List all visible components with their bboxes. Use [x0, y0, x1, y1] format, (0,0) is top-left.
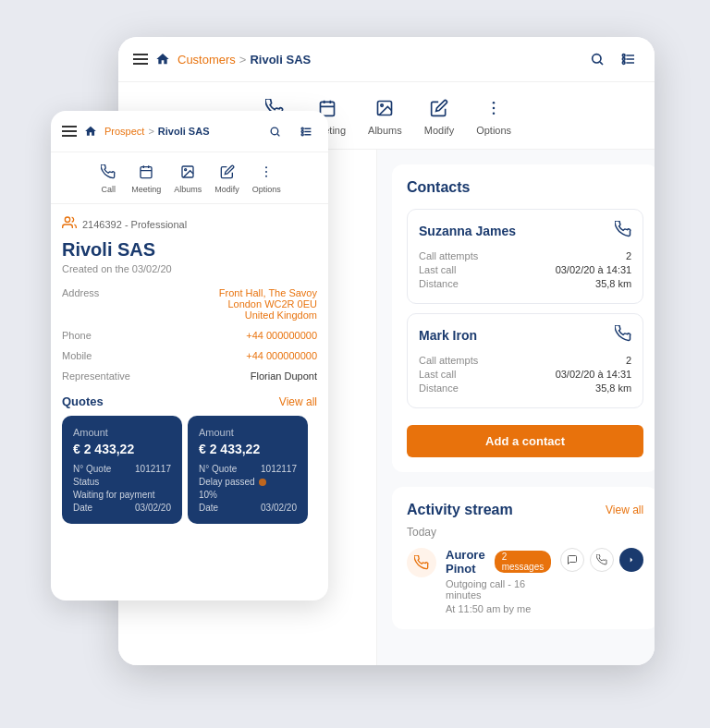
last-call-value-2: 03/02/20 à 14:31 [556, 369, 632, 380]
small-toolbar-call[interactable]: Call [98, 162, 118, 194]
distance-value-2: 35,8 km [595, 382, 631, 394]
quote-nquote-row-1: N° Quote 1012117 [73, 464, 171, 474]
albums-icon [372, 95, 398, 121]
quote-card-2: Amount € 2 433,22 N° Quote 1012117 Delay… [188, 416, 308, 524]
contacts-title: Contacts [407, 179, 643, 196]
contacts-section: Contacts Suzanna James Call attempts 2 [392, 164, 655, 472]
quote-nquote-row-2: N° Quote 1012117 [199, 464, 297, 474]
quote-delay-pct-2: 10% [199, 490, 217, 500]
svg-point-5 [622, 55, 625, 57]
small-toolbar: Call Meeting Albums Mod [51, 152, 328, 204]
quote-status-1: Status [73, 477, 171, 487]
quote-delay-row-2: 10% [199, 490, 297, 500]
activity-go-btn[interactable] [619, 548, 643, 572]
distance-value-1: 35,8 km [595, 278, 631, 289]
quote-status-val-1: Waiting for payment [73, 490, 171, 500]
small-modify-icon [217, 162, 238, 182]
small-toolbar-albums-label: Albums [174, 185, 202, 194]
small-toolbar-albums[interactable]: Albums [174, 162, 202, 194]
search-icon[interactable] [586, 48, 608, 70]
toolbar-albums-label: Albums [368, 125, 402, 136]
svg-point-25 [301, 133, 303, 135]
small-quotes-header: Quotes View all [62, 394, 317, 408]
contact-header-1: Suzanna James [419, 221, 631, 241]
breadcrumb-link[interactable]: Customers [178, 53, 236, 67]
activity-header: Activity stream View all [407, 502, 643, 518]
distance-label: Distance [419, 278, 459, 289]
small-breadcrumb-link[interactable]: Prospect [104, 126, 144, 137]
contact-lastcall-row-2: Last call 03/02/20 à 14:31 [419, 369, 631, 380]
small-phone-label: Phone [62, 330, 145, 341]
contact-call-icon-1[interactable] [615, 221, 631, 241]
svg-line-1 [600, 62, 603, 65]
small-header-left: Prospect > Rivoli SAS [62, 125, 209, 138]
delay-dot [259, 479, 266, 486]
small-mobile-label: Mobile [62, 350, 145, 361]
small-toolbar-options[interactable]: Options [252, 162, 281, 194]
toolbar-albums[interactable]: Albums [368, 95, 402, 136]
filter-icon[interactable] [618, 48, 640, 70]
call-attempts-value-2: 2 [626, 355, 631, 366]
breadcrumb-sep: > [239, 53, 247, 67]
svg-point-31 [185, 169, 187, 171]
svg-point-23 [301, 127, 303, 129]
contact-name-1: Suzanna James [419, 224, 516, 238]
distance-label-2: Distance [419, 382, 459, 394]
svg-point-24 [301, 130, 303, 132]
quote-date-row-2: Date 03/02/20 [199, 503, 297, 513]
header-left: Customers > Rivoli SAS [133, 52, 311, 67]
small-filter-icon[interactable] [295, 120, 317, 142]
small-breadcrumb: Prospect > Rivoli SAS [104, 126, 209, 137]
header-right [586, 48, 640, 70]
small-hamburger-icon[interactable] [62, 126, 77, 137]
home-icon[interactable] [155, 52, 170, 67]
activity-title: Activity stream [407, 502, 513, 518]
last-call-label: Last call [419, 264, 456, 275]
contact-lastcall-row-1: Last call 03/02/20 à 14:31 [419, 264, 631, 275]
small-created: Created on the 03/02/20 [62, 263, 317, 274]
small-rep-row: Representative Florian Dupont [62, 370, 317, 382]
small-search-icon[interactable] [263, 120, 286, 142]
small-toolbar-meeting-label: Meeting [131, 185, 161, 194]
svg-point-15 [493, 107, 496, 110]
small-quotes-title: Quotes [62, 394, 104, 408]
small-home-icon[interactable] [84, 125, 97, 138]
small-toolbar-options-label: Options [252, 185, 281, 194]
hamburger-icon[interactable] [133, 54, 148, 65]
small-toolbar-modify[interactable]: Modify [214, 162, 239, 194]
small-phone-value: +44 000000000 [145, 330, 317, 341]
call-attempts-label: Call attempts [419, 250, 478, 261]
svg-point-32 [265, 166, 267, 168]
small-rep-label: Representative [62, 370, 145, 382]
svg-point-18 [271, 127, 278, 135]
contact-name-2: Mark Iron [419, 328, 477, 343]
toolbar-modify[interactable]: Modify [424, 95, 454, 136]
quote-amount-label-2: Amount [199, 427, 297, 438]
small-options-icon [256, 162, 276, 182]
activity-message-btn[interactable] [560, 548, 584, 572]
small-quotes-view-all[interactable]: View all [279, 395, 317, 408]
activity-date: Today [407, 526, 643, 539]
quotes-scroll: Amount € 2 433,22 N° Quote 1012117 Statu… [62, 416, 317, 524]
contact-call-icon-2[interactable] [615, 325, 631, 346]
svg-point-33 [265, 171, 267, 173]
small-toolbar-call-label: Call [101, 185, 116, 194]
svg-point-34 [265, 176, 267, 177]
svg-point-6 [622, 58, 625, 61]
contact-card-1: Suzanna James Call attempts 2 Last call [407, 209, 643, 304]
toolbar-options[interactable]: Options [476, 95, 511, 136]
toolbar-modify-label: Modify [424, 125, 454, 136]
quote-nquote-val-1: 1012117 [135, 464, 171, 474]
small-mobile-row: Mobile +44 000000000 [62, 350, 317, 361]
svg-point-35 [65, 217, 69, 222]
add-contact-button[interactable]: Add a contact [407, 425, 643, 457]
small-toolbar-meeting[interactable]: Meeting [131, 162, 161, 194]
activity-call-btn[interactable] [590, 548, 614, 572]
contact-distance-row-2: Distance 35,8 km [419, 382, 631, 394]
small-header-right [263, 120, 317, 142]
call-attempts-label-2: Call attempts [419, 355, 478, 366]
activity-body-1: Aurore Pinot 2 messages Outgoing call - … [446, 548, 551, 614]
small-address-label: Address [62, 287, 145, 298]
quote-date-label-1: Date [73, 503, 92, 513]
activity-view-all[interactable]: View all [606, 504, 643, 516]
